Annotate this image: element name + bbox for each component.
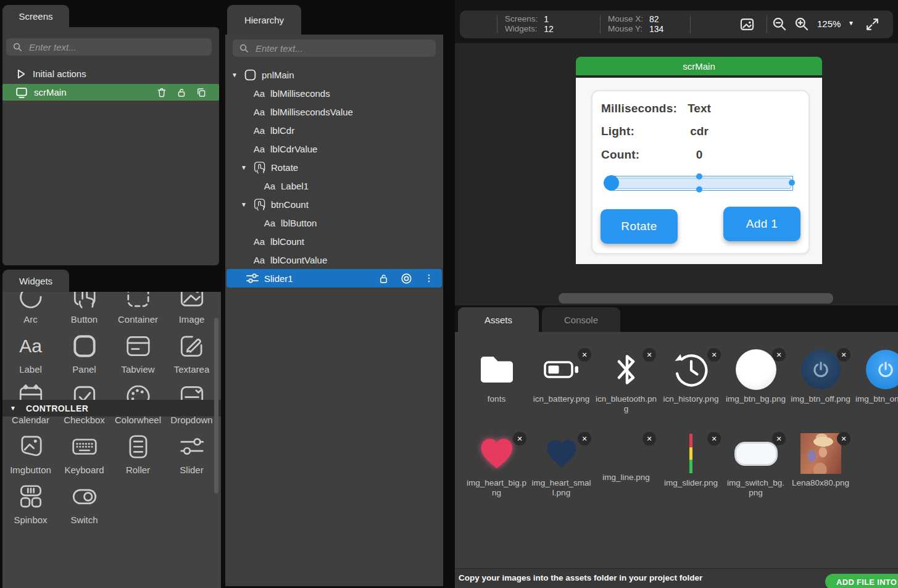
remove-asset-icon[interactable]: ✕ (837, 432, 850, 445)
widget-roller[interactable]: Roller (111, 433, 165, 475)
node-lblcountvalue[interactable]: Aa lblCountValue (225, 251, 443, 269)
widget-container[interactable]: Container (111, 292, 165, 325)
background-image-icon[interactable] (739, 16, 755, 33)
design-canvas[interactable]: scrMain Milliseconds: Text Light: cdr Co… (455, 43, 898, 305)
selection-handle[interactable] (696, 186, 702, 193)
canvas-horizontal-scrollbar[interactable] (559, 293, 833, 304)
node-label1[interactable]: Aa Label1 (225, 176, 443, 195)
node-rotate[interactable]: ▼ Rotate (225, 158, 443, 176)
widgets-scrollbar[interactable] (214, 318, 218, 494)
remove-asset-icon[interactable]: ✕ (772, 432, 786, 445)
node-label: Label1 (281, 181, 309, 191)
asset-img-btn-off[interactable]: ✕ img_btn_off.png (788, 346, 853, 414)
asset-img-slider[interactable]: ✕ img_slider.png (659, 429, 723, 498)
button-icon (252, 197, 267, 212)
screen-item-scrmain[interactable]: scrMain (2, 84, 219, 101)
expander-icon[interactable]: ▼ (239, 164, 248, 171)
node-slider1[interactable]: Slider1 (227, 269, 442, 288)
expander-icon[interactable]: ▼ (230, 72, 239, 78)
tab-console[interactable]: Console (542, 307, 620, 332)
asset-icn-bluetooth[interactable]: ✕ icn_bluetooth.png (594, 346, 659, 414)
kebab-menu-icon[interactable] (423, 273, 434, 284)
zoom-out-icon[interactable] (771, 16, 788, 32)
asset-lena[interactable]: ✕ Lena80x80.png (788, 429, 853, 498)
remove-asset-icon[interactable]: ✕ (707, 348, 721, 362)
widget-keyboard[interactable]: Keyboard (57, 433, 111, 475)
fullscreen-expand-icon[interactable] (865, 17, 880, 32)
widget-button[interactable]: Button (57, 292, 111, 325)
widget-slider[interactable]: Slider (165, 433, 218, 475)
remove-asset-icon[interactable]: ✕ (837, 348, 850, 362)
asset-img-heart-small[interactable]: ✕ img_heart_small.png (529, 429, 594, 498)
node-pnlmain[interactable]: ▼ pnlMain (225, 65, 443, 84)
chevron-down-icon[interactable]: ▼ (848, 20, 854, 27)
preview-add1-button[interactable]: Add 1 (723, 207, 800, 241)
hierarchy-search[interactable] (233, 39, 436, 57)
chevron-down-icon[interactable]: ▼ (9, 405, 17, 412)
unlock-icon[interactable] (378, 273, 389, 284)
asset-icn-history[interactable]: ✕ icn_history.png (659, 346, 723, 414)
node-lblcdr[interactable]: Aa lblCdr (225, 121, 443, 139)
controller-section-header[interactable]: ▼ CONTROLLER (2, 400, 221, 416)
node-lblmilliseconds[interactable]: Aa lblMilliseconds (225, 84, 443, 102)
asset-img-heart-big[interactable]: ✕ img_heart_big.png (464, 429, 529, 498)
history-icon (672, 350, 710, 389)
remove-asset-icon[interactable]: ✕ (642, 432, 656, 445)
remove-asset-icon[interactable]: ✕ (578, 432, 591, 445)
widget-label: Slider (180, 465, 203, 475)
widget-tabview[interactable]: Tabview (111, 332, 165, 375)
widget-panel[interactable]: Panel (57, 332, 111, 375)
remove-asset-icon[interactable]: ✕ (578, 348, 591, 362)
duplicate-icon[interactable] (196, 87, 207, 98)
asset-img-btn-on[interactable]: img_btn_on.png (853, 346, 898, 414)
preview-rotate-button[interactable]: Rotate (601, 209, 678, 244)
slider-strip-thumbnail (689, 434, 692, 473)
preview-panel[interactable]: Milliseconds: Text Light: cdr Count: 0 (591, 90, 810, 254)
zoom-level-value[interactable]: 125% (817, 19, 841, 29)
add-file-into-assets-button[interactable]: ADD FILE INTO (825, 574, 898, 588)
expander-icon[interactable]: ▼ (239, 201, 248, 208)
remove-asset-icon[interactable]: ✕ (513, 432, 526, 445)
asset-img-switch-bg[interactable]: ✕ img_switch_bg.png (723, 429, 788, 498)
initial-actions-row[interactable]: Initial actions (2, 65, 219, 82)
widget-spinbox[interactable]: Spinbox (4, 482, 57, 525)
widget-arc[interactable]: Arc (4, 292, 57, 325)
node-label: lblMilliseconds (270, 88, 330, 99)
node-lblbutton[interactable]: Aa lblButton (225, 213, 443, 232)
asset-img-btn-bg[interactable]: ✕ img_btn_bg.png (723, 346, 788, 414)
asset-fonts-folder[interactable]: fonts (464, 346, 529, 414)
node-lblcdrvalue[interactable]: Aa lblCdrValue (225, 139, 443, 158)
selection-handle[interactable] (789, 180, 795, 186)
tab-screens[interactable]: Screens (2, 5, 69, 27)
play-icon (15, 68, 27, 80)
screens-search-input[interactable] (28, 41, 206, 53)
screen-title-bar[interactable]: scrMain (576, 57, 822, 75)
widget-switch[interactable]: Switch (57, 482, 111, 525)
widget-imgbutton[interactable]: Imgbutton (4, 433, 57, 475)
tab-assets[interactable]: Assets (458, 307, 539, 332)
node-label: lblCdr (270, 125, 294, 136)
visibility-eye-icon[interactable] (400, 272, 413, 285)
asset-img-line[interactable]: ✕ img_line.png (594, 429, 659, 498)
divider (690, 15, 691, 33)
node-btncount[interactable]: ▼ btnCount (225, 195, 443, 213)
node-lblcount[interactable]: Aa lblCount (225, 232, 443, 251)
remove-asset-icon[interactable]: ✕ (707, 432, 721, 445)
screens-search[interactable] (6, 38, 212, 56)
node-lblmillisecondsvalue[interactable]: Aa lblMillisecondsValue (225, 102, 443, 121)
screen-preview[interactable]: Milliseconds: Text Light: cdr Count: 0 (576, 78, 822, 264)
unlock-icon[interactable] (176, 87, 187, 98)
widget-label-item[interactable]: Aa Label (4, 332, 57, 375)
widget-image[interactable]: Image (165, 292, 218, 325)
selection-handle[interactable] (696, 173, 702, 180)
remove-asset-icon[interactable]: ✕ (642, 348, 656, 362)
tab-hierarchy[interactable]: Hierarchy (227, 5, 301, 35)
hierarchy-search-input[interactable] (254, 43, 430, 54)
widget-textarea[interactable]: Textarea (165, 332, 218, 375)
zoom-in-icon[interactable] (794, 16, 810, 32)
slider-knob[interactable] (604, 175, 619, 191)
tab-widgets[interactable]: Widgets (2, 270, 69, 292)
asset-icn-battery[interactable]: ✕ icn_battery.png (529, 346, 594, 414)
delete-screen-icon[interactable] (156, 87, 167, 98)
remove-asset-icon[interactable]: ✕ (772, 348, 786, 362)
